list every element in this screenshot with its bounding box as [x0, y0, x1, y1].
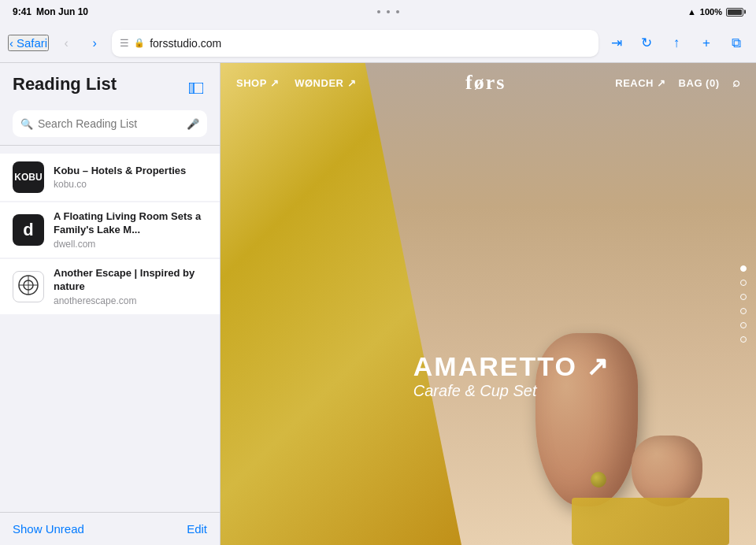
- item-title-kobu: Kobu – Hotels & Properties: [54, 165, 207, 178]
- signal-dot2: [387, 10, 390, 13]
- reload-button[interactable]: ↻: [635, 32, 658, 55]
- scroll-dot-4[interactable]: [740, 308, 747, 314]
- site-nav-left: SHOP ↗ WØNDER ↗: [236, 77, 356, 89]
- battery-icon: [726, 8, 743, 17]
- scroll-dot-6[interactable]: [740, 336, 747, 343]
- hero-text: AMARETTO ↗ Carafe & Cup Set: [413, 350, 610, 400]
- site-logo[interactable]: førs: [465, 71, 506, 95]
- item-info-kobu: Kobu – Hotels & Properties kobu.co: [54, 165, 207, 191]
- item-url-dwell: dwell.com: [54, 239, 207, 250]
- item-title-dwell: A Floating Living Room Sets a Family's L…: [54, 210, 207, 237]
- reading-item-kobu[interactable]: KOBU Kobu – Hotels & Properties kobu.co: [0, 154, 220, 201]
- item-url-another: anotherescape.com: [54, 295, 207, 306]
- reading-list: KOBU Kobu – Hotels & Properties kobu.co …: [0, 146, 220, 512]
- scroll-dot-3[interactable]: [740, 294, 747, 300]
- scroll-dot-1[interactable]: [740, 265, 747, 272]
- search-input[interactable]: [38, 117, 182, 130]
- wifi-icon: ▲: [687, 7, 696, 17]
- status-time: 9:41: [13, 6, 32, 17]
- favicon-text: [17, 274, 39, 299]
- olive-decoration: [591, 472, 606, 488]
- signal-dot1: [377, 10, 380, 13]
- status-bar: 9:41 Mon Jun 10 ▲ 100%: [0, 0, 756, 24]
- status-right: ▲ 100%: [687, 7, 743, 17]
- sidebar-icon: [189, 83, 203, 94]
- item-info-dwell: A Floating Living Room Sets a Family's L…: [54, 210, 207, 250]
- nav-wonder[interactable]: WØNDER ↗: [295, 77, 356, 89]
- favicon-text: d: [23, 220, 33, 240]
- hero-subtitle: Carafe & Cup Set: [413, 382, 610, 400]
- nav-reach[interactable]: REACH ↗: [615, 77, 665, 89]
- lock-icon: 🔒: [134, 38, 145, 48]
- another-escape-icon: [17, 274, 39, 296]
- svg-rect-1: [189, 83, 194, 94]
- item-info-another: Another Escape | Inspired by nature anot…: [54, 267, 207, 306]
- battery-percent: 100%: [700, 7, 722, 17]
- show-unread-button[interactable]: Show Unread: [13, 522, 84, 536]
- status-left: 9:41 Mon Jun 10: [13, 6, 88, 17]
- address-bar[interactable]: ☰ 🔒 forsstudio.com: [112, 30, 598, 57]
- main-container: ‹ Safari ‹ › ☰ 🔒 forsstudio.com ⇥ ↻ ↑ + …: [0, 24, 756, 545]
- reading-list-sidebar: Reading List 🔍 🎤: [0, 63, 220, 545]
- sidebar-footer: Show Unread Edit: [0, 512, 220, 545]
- item-title-another: Another Escape | Inspired by nature: [54, 267, 207, 294]
- website-background: SHOP ↗ WØNDER ↗ førs REACH ↗ BAG (0) ⌕ A…: [220, 63, 756, 545]
- share-button[interactable]: ↑: [665, 32, 688, 55]
- scroll-dots: [740, 265, 747, 343]
- battery-fill: [728, 9, 742, 15]
- bottle-zone: [220, 63, 461, 545]
- signal-dot3: [396, 10, 399, 13]
- back-button[interactable]: ‹: [55, 32, 77, 54]
- status-center: [376, 10, 401, 13]
- scroll-dot-5[interactable]: [740, 322, 747, 328]
- safari-label: Safari: [17, 36, 47, 50]
- hero-title[interactable]: AMARETTO ↗: [413, 350, 610, 382]
- reading-item-another[interactable]: Another Escape | Inspired by nature anot…: [0, 259, 220, 314]
- site-nav: SHOP ↗ WØNDER ↗ førs REACH ↗ BAG (0) ⌕: [220, 63, 756, 102]
- status-date: Mon Jun 10: [36, 6, 88, 17]
- favicon-another: [13, 271, 44, 302]
- safari-back-button[interactable]: ‹ Safari: [8, 35, 49, 51]
- nav-search-icon[interactable]: ⌕: [732, 76, 741, 90]
- sidebar-title: Reading List: [13, 74, 117, 95]
- search-bar: 🔍 🎤: [13, 110, 207, 137]
- web-content: SHOP ↗ WØNDER ↗ førs REACH ↗ BAG (0) ⌕ A…: [220, 63, 756, 545]
- content-area: Reading List 🔍 🎤: [0, 63, 756, 545]
- browser-chrome: ‹ Safari ‹ › ☰ 🔒 forsstudio.com ⇥ ↻ ↑ + …: [0, 24, 756, 63]
- sidebar-toggle-button[interactable]: [185, 77, 207, 99]
- reader-icon: ☰: [120, 37, 129, 49]
- airdrop-button[interactable]: ⇥: [605, 32, 628, 55]
- reading-item-dwell[interactable]: d A Floating Living Room Sets a Family's…: [0, 202, 220, 258]
- sidebar-header: Reading List 🔍 🎤: [0, 63, 220, 146]
- nav-bag[interactable]: BAG (0): [679, 77, 720, 89]
- item-url-kobu: kobu.co: [54, 179, 207, 190]
- microphone-icon[interactable]: 🎤: [187, 118, 199, 130]
- add-tab-button[interactable]: +: [695, 32, 718, 55]
- chevron-left-icon: ‹: [9, 36, 13, 50]
- favicon-dwell: d: [13, 214, 44, 246]
- search-icon: 🔍: [20, 118, 33, 130]
- forward-button[interactable]: ›: [83, 32, 106, 54]
- edit-button[interactable]: Edit: [187, 522, 207, 536]
- favicon-text: KOBU: [14, 172, 42, 183]
- nav-shop[interactable]: SHOP ↗: [236, 77, 279, 89]
- tabs-button[interactable]: ⧉: [724, 32, 748, 55]
- url-text: forsstudio.com: [150, 37, 221, 50]
- favicon-kobu: KOBU: [13, 161, 44, 193]
- yellow-cloth: [572, 498, 729, 545]
- site-nav-right: REACH ↗ BAG (0) ⌕: [615, 76, 740, 90]
- ceramic-cup: [632, 436, 702, 506]
- scroll-dot-2[interactable]: [740, 280, 747, 286]
